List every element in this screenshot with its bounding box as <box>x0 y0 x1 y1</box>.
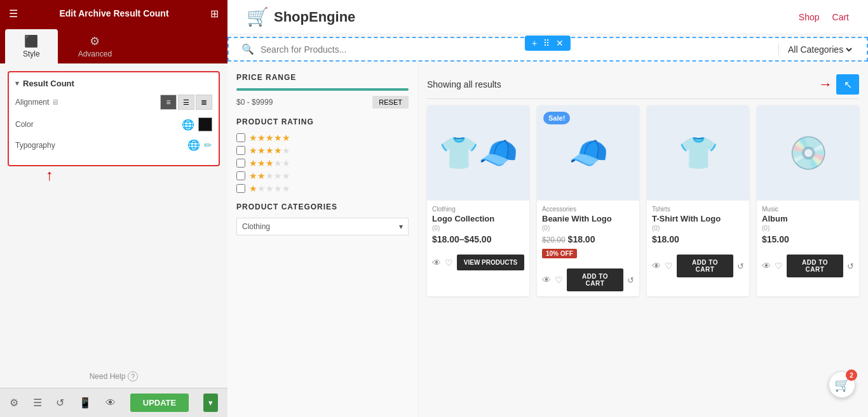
product-card-3: 👕 Tshirts T-Shirt With Logo (0) $18.00 👁… <box>647 105 749 296</box>
filter-sidebar: PRICE RANGE $0 - $9999 RESET PRODUCT RAT… <box>227 64 418 417</box>
product-category-2: Accessories <box>542 206 634 213</box>
color-label: Color <box>15 120 34 129</box>
price-range-bar <box>236 88 409 91</box>
search-input[interactable] <box>261 44 772 55</box>
style-tab-icon: ⬛ <box>24 34 38 48</box>
refresh-icon-4[interactable]: ↺ <box>847 261 854 271</box>
rating-1-checkbox[interactable] <box>236 184 245 193</box>
update-button[interactable]: UPDATE <box>130 394 189 412</box>
typo-globe-icon[interactable]: 🌐 <box>187 139 200 151</box>
left-panel: ☰ Edit Archive Result Count ⊞ ⬛ Style ⚙ … <box>0 0 227 417</box>
product-name-2: Beanie With Logo <box>542 214 634 223</box>
cart-area: 🛒 2 <box>829 371 855 398</box>
align-left-button[interactable]: ≡ <box>160 95 177 110</box>
wishlist-icon-4[interactable]: ♡ <box>775 261 783 271</box>
help-icon[interactable]: ? <box>128 371 138 381</box>
product-reviews-3: (0) <box>652 225 744 232</box>
alignment-device-icon: 🖥 <box>51 98 59 107</box>
toolbar-add-btn[interactable]: + <box>530 37 539 49</box>
panel-header: ☰ Edit Archive Result Count ⊞ <box>0 0 227 27</box>
settings-icon[interactable]: ⚙ <box>10 397 18 409</box>
product-card-2: Sale! 🧢 Accessories Beanie With Logo (0)… <box>537 105 639 296</box>
product-img-emoji-1: 👕🧢 <box>439 135 518 171</box>
align-center-button[interactable]: ☰ <box>178 95 194 110</box>
add-to-cart-button-2[interactable]: ADD TO CART <box>567 268 623 291</box>
price-min-text: $0 - $9999 <box>236 98 273 107</box>
grid-icon[interactable]: ⊞ <box>210 8 219 20</box>
product-price-4: $15.00 <box>762 234 854 244</box>
product-reviews-4: (0) <box>762 225 854 232</box>
shop-nav: Shop Cart <box>799 12 849 22</box>
product-grid-area: Showing all results → ↖ 👕🧢 <box>418 64 868 417</box>
preview-icon[interactable]: 👁 <box>105 397 116 409</box>
tab-style[interactable]: ⬛ Style <box>5 29 58 63</box>
cart-badge-button[interactable]: 🛒 2 <box>829 371 855 398</box>
globe-icon[interactable]: 🌐 <box>182 119 194 131</box>
arrow-up-container: ↑ <box>8 173 220 192</box>
product-categories-title: PRODUCT CATEGORIES <box>236 202 409 211</box>
reset-button[interactable]: RESET <box>372 96 409 109</box>
view-icon-1[interactable]: 👁 <box>432 258 441 268</box>
shop-header: 🛒 ShopEngine Shop Cart <box>227 0 868 34</box>
nav-shop-link[interactable]: Shop <box>799 12 820 22</box>
product-image-4: 💿 <box>757 105 859 201</box>
wishlist-icon-1[interactable]: ♡ <box>445 258 453 268</box>
product-category-3: Tshirts <box>652 206 744 213</box>
product-name-3: T-Shirt With Logo <box>652 214 744 223</box>
rating-3-checkbox[interactable] <box>236 159 245 168</box>
view-icon-3[interactable]: 👁 <box>652 261 661 271</box>
history-icon[interactable]: ↺ <box>56 397 64 409</box>
product-rating-title: PRODUCT RATING <box>236 117 409 126</box>
update-dropdown-button[interactable]: ▾ <box>203 394 218 412</box>
tab-advanced[interactable]: ⚙ Advanced <box>60 29 130 63</box>
alignment-label-text: Alignment <box>15 98 49 107</box>
price-range-row: $0 - $9999 RESET <box>236 96 409 109</box>
device-icon[interactable]: 📱 <box>79 397 92 409</box>
price-new-2: $18.00 <box>568 234 595 244</box>
product-info-2: Accessories Beanie With Logo (0) $20.00 … <box>537 201 639 266</box>
align-right-button[interactable]: ≣ <box>196 95 212 110</box>
product-rating-section: PRODUCT RATING ★★★★★ ★★★★★ ★★★★★ ★★★★★ <box>236 117 409 194</box>
view-icon-4[interactable]: 👁 <box>762 261 771 271</box>
wishlist-icon-3[interactable]: ♡ <box>665 261 673 271</box>
wishlist-icon-2[interactable]: ♡ <box>555 275 563 285</box>
need-help-text: Need Help <box>90 372 126 381</box>
result-count-header[interactable]: ▾ Result Count <box>15 79 212 88</box>
product-price-1: $18.00–$45.00 <box>432 234 524 244</box>
result-count-section: ▾ Result Count Alignment 🖥 ≡ ☰ ≣ Color <box>8 71 220 166</box>
rating-5-checkbox[interactable] <box>236 133 245 142</box>
refresh-icon-3[interactable]: ↺ <box>737 261 744 271</box>
product-actions-1: 👁 ♡ VIEW PRODUCTS <box>427 252 529 275</box>
arrow-up-icon: ↑ <box>46 166 53 184</box>
view-products-button-1[interactable]: VIEW PRODUCTS <box>457 255 524 270</box>
product-category-1: Clothing <box>432 206 524 213</box>
tab-advanced-label: Advanced <box>78 50 112 58</box>
typo-edit-icon[interactable]: ✏ <box>204 140 212 151</box>
price-range-fill <box>236 88 409 91</box>
product-actions-4: 👁 ♡ ADD TO CART ↺ <box>757 252 859 282</box>
nav-cart-link[interactable]: Cart <box>832 12 849 22</box>
view-icon-2[interactable]: 👁 <box>542 275 551 285</box>
rating-2-checkbox[interactable] <box>236 171 245 180</box>
toolbar-move-btn[interactable]: ⠿ <box>541 37 552 49</box>
need-help-area: Need Help ? <box>0 365 227 388</box>
category-dropdown[interactable]: All Categories <box>778 44 854 55</box>
stars-1: ★★★★★ <box>249 183 290 194</box>
product-actions-3: 👁 ♡ ADD TO CART ↺ <box>647 252 749 282</box>
shop-body: PRICE RANGE $0 - $9999 RESET PRODUCT RAT… <box>227 64 868 417</box>
showing-results-bar: Showing all results → ↖ <box>427 70 859 99</box>
add-to-cart-button-3[interactable]: ADD TO CART <box>677 255 733 277</box>
stars-4: ★★★★★ <box>249 145 290 156</box>
product-image-1: 👕🧢 <box>427 105 529 201</box>
clothing-filter[interactable]: Clothing ▾ <box>236 218 409 235</box>
product-info-1: Clothing Logo Collection (0) $18.00–$45.… <box>427 201 529 252</box>
hamburger-icon[interactable]: ☰ <box>9 8 18 20</box>
add-to-cart-button-4[interactable]: ADD TO CART <box>787 255 843 277</box>
stars-2: ★★★★★ <box>249 171 290 181</box>
edit-result-button[interactable]: ↖ <box>836 74 859 95</box>
color-swatch[interactable] <box>198 117 212 131</box>
layers-icon[interactable]: ☰ <box>33 397 42 409</box>
refresh-icon-2[interactable]: ↺ <box>627 275 634 285</box>
toolbar-close-btn[interactable]: ✕ <box>554 37 566 49</box>
rating-4-checkbox[interactable] <box>236 146 245 155</box>
